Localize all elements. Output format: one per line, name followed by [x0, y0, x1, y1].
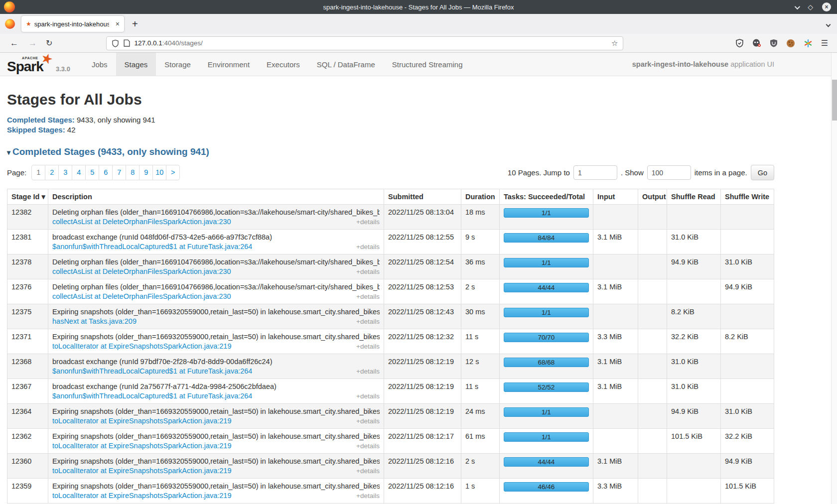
column-submitted[interactable]: Submitted — [384, 189, 461, 205]
colorful-asterisk-extension-icon[interactable] — [804, 39, 813, 48]
cookie-icon[interactable] — [786, 39, 795, 48]
details-toggle[interactable]: +details — [356, 343, 380, 350]
column-duration[interactable]: Duration — [461, 189, 500, 205]
stage-callsite-link[interactable]: collectAsList at DeleteOrphanFilesSparkA… — [52, 218, 231, 226]
column-shuffle-write[interactable]: Shuffle Write — [721, 189, 774, 205]
window-close-button[interactable]: × — [822, 2, 831, 11]
nav-item-stages[interactable]: Stages — [116, 53, 156, 76]
nav-item-environment[interactable]: Environment — [199, 53, 258, 76]
details-toggle[interactable]: +details — [356, 492, 380, 500]
new-tab-button[interactable]: + — [132, 19, 138, 29]
skipped-stages-label[interactable]: Skipped Stages: — [7, 126, 65, 134]
table-row: 12360 Expiring snapshots (older_than=166… — [7, 454, 774, 479]
page-button-2[interactable]: 2 — [45, 165, 59, 180]
page-scrollbar[interactable] — [831, 53, 837, 504]
details-toggle[interactable]: +details — [356, 293, 380, 300]
browser-tab[interactable]: ★ spark-ingest-into-lakehous × — [21, 16, 124, 32]
nav-item-jobs[interactable]: Jobs — [83, 53, 116, 76]
url-bar[interactable]: 127.0.0.1:4040/stages/ ☆ — [106, 36, 623, 50]
nav-item-structured-streaming[interactable]: Structured Streaming — [384, 53, 471, 76]
output-cell — [638, 279, 667, 304]
nav-item-sql-dataframe[interactable]: SQL / DataFrame — [308, 53, 384, 76]
window-maximize-button[interactable]: ◇ — [808, 3, 813, 10]
tasks-cell: 44/44 — [500, 279, 593, 304]
page-info-icon[interactable] — [124, 39, 130, 47]
shield-check-icon[interactable] — [735, 39, 744, 47]
details-toggle[interactable]: +details — [356, 243, 380, 251]
shuffle-write-cell: 32.2 KiB — [721, 429, 774, 454]
stage-description: Expiring snapshots (older_than=166932055… — [52, 457, 380, 465]
menu-icon[interactable]: ☰ — [821, 38, 828, 48]
table-row: 12359 Expiring snapshots (older_than=166… — [7, 479, 774, 504]
submitted-cell: 2022/11/25 08:12:32 — [384, 329, 461, 354]
stage-id-cell: 12367 — [7, 379, 48, 404]
stage-callsite-link[interactable]: collectAsList at DeleteOrphanFilesSparkA… — [52, 267, 231, 275]
stage-callsite-link[interactable]: toLocalIterator at ExpireSnapshotsSparkA… — [52, 492, 232, 500]
table-header-row: Stage Id ▾ Description Submitted Duratio… — [7, 189, 774, 205]
stage-callsite-link[interactable]: toLocalIterator at ExpireSnapshotsSparkA… — [52, 342, 232, 350]
firefox-icon[interactable] — [5, 19, 15, 29]
reload-button[interactable]: ↻ — [46, 38, 52, 48]
window-minimize-button[interactable] — [795, 2, 799, 11]
column-input[interactable]: Input — [593, 189, 638, 205]
stage-callsite-link[interactable]: $anonfun$withThreadLocalCaptured$1 at Fu… — [52, 367, 252, 375]
window-title: spark-ingest-into-lakehouse - Stages for… — [0, 3, 837, 11]
page-button-10[interactable]: 10 — [152, 165, 166, 180]
details-toggle[interactable]: +details — [356, 467, 380, 475]
details-toggle[interactable]: +details — [356, 218, 380, 226]
details-toggle[interactable]: +details — [356, 268, 380, 275]
ublock-shield-icon[interactable] — [770, 39, 778, 47]
spark-logo[interactable]: APACHE Spark ★ — [7, 54, 53, 76]
details-toggle[interactable]: +details — [356, 392, 380, 400]
column-stage-id[interactable]: Stage Id ▾ — [7, 189, 48, 205]
shuffle-write-cell: 8.2 KiB — [721, 329, 774, 354]
list-tabs-button[interactable] — [827, 19, 830, 28]
completed-stages-label[interactable]: Completed Stages: — [7, 116, 75, 124]
scrollbar-thumb[interactable] — [832, 80, 837, 121]
duration-cell: 11 s — [461, 329, 500, 354]
stage-callsite-link[interactable]: $anonfun$withThreadLocalCaptured$1 at Fu… — [52, 392, 252, 400]
page-button-1[interactable]: 1 — [31, 165, 45, 180]
page-button-4[interactable]: 4 — [72, 165, 86, 180]
column-tasks[interactable]: Tasks: Succeeded/Total — [500, 189, 593, 205]
page-button-5[interactable]: 5 — [85, 165, 99, 180]
shield-icon[interactable] — [112, 39, 119, 47]
column-shuffle-read[interactable]: Shuffle Read — [667, 189, 721, 205]
page-button-3[interactable]: 3 — [58, 165, 72, 180]
description-cell: Expiring snapshots (older_than=166932055… — [48, 404, 384, 429]
page-button-6[interactable]: 6 — [99, 165, 113, 180]
stage-callsite-link[interactable]: $anonfun$withThreadLocalCaptured$1 at Fu… — [52, 243, 252, 251]
stage-callsite-link[interactable]: toLocalIterator at ExpireSnapshotsSparkA… — [52, 467, 232, 475]
page-button-9[interactable]: 9 — [139, 165, 153, 180]
completed-stages-section-header[interactable]: ▾Completed Stages (9433, only showing 94… — [7, 146, 774, 157]
stage-callsite-link[interactable]: collectAsList at DeleteOrphanFilesSparkA… — [52, 292, 231, 300]
details-toggle[interactable]: +details — [356, 368, 380, 375]
submitted-cell: 2022/11/25 08:12:55 — [384, 230, 461, 254]
input-cell — [593, 254, 638, 279]
shuffle-read-cell: 94.9 KiB — [667, 404, 721, 429]
page-button-8[interactable]: 8 — [126, 165, 140, 180]
items-per-page-input[interactable] — [647, 165, 691, 180]
back-button[interactable]: ← — [10, 38, 18, 48]
details-toggle[interactable]: +details — [356, 417, 380, 425]
stage-callsite-link[interactable]: hasNext at Tasks.java:209 — [52, 317, 137, 325]
stage-callsite-link[interactable]: toLocalIterator at ExpireSnapshotsSparkA… — [52, 417, 232, 425]
details-toggle[interactable]: +details — [356, 318, 380, 325]
stage-description: Deleting orphan files (older_than=166910… — [52, 258, 380, 266]
column-description[interactable]: Description — [48, 189, 384, 205]
stage-callsite-link[interactable]: toLocalIterator at ExpireSnapshotsSparkA… — [52, 442, 232, 450]
details-toggle[interactable]: +details — [356, 442, 380, 450]
nav-item-storage[interactable]: Storage — [156, 53, 199, 76]
go-button[interactable]: Go — [751, 165, 774, 180]
jump-to-input[interactable] — [573, 165, 617, 180]
tab-close-icon[interactable]: × — [116, 20, 120, 28]
page-button-7[interactable]: 7 — [112, 165, 126, 180]
nav-item-executors[interactable]: Executors — [258, 53, 308, 76]
next-page-button[interactable]: > — [166, 165, 180, 180]
output-cell — [638, 304, 667, 329]
column-output[interactable]: Output — [638, 189, 667, 205]
stage-id-cell: 12376 — [7, 279, 48, 304]
bookmark-star-icon[interactable]: ☆ — [611, 39, 618, 48]
mask-extension-icon[interactable] — [752, 39, 761, 47]
output-cell — [638, 354, 667, 379]
